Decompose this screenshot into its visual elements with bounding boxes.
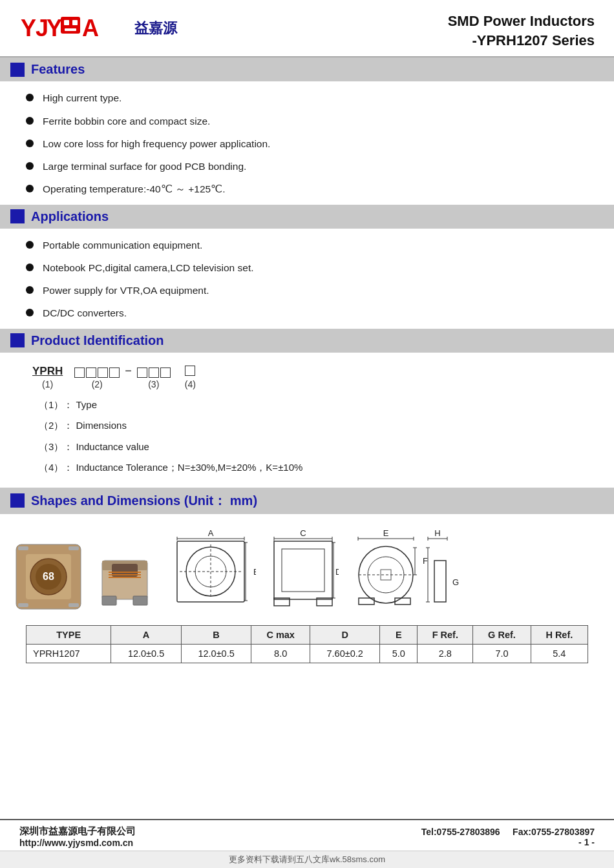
- pid-box: [160, 367, 171, 378]
- footer: 深圳市益嘉源电子有限公司 http://www.yjysmd.com.cn Te…: [0, 819, 614, 851]
- shapes-images-row: 68: [13, 522, 601, 619]
- applications-content: Portable communication equipment. Notebo…: [0, 229, 614, 327]
- svg-text:E: E: [383, 528, 389, 538]
- dimension-diagram-side: E F H: [350, 528, 460, 612]
- list-item: Low core loss for high frequency power a…: [19, 132, 595, 155]
- bullet-icon: [26, 241, 34, 249]
- col-fref: F Ref.: [418, 625, 473, 644]
- col-d: D: [310, 625, 380, 644]
- bullet-icon: [26, 117, 34, 125]
- pid-box: [98, 367, 108, 378]
- list-item: DC/DC converters.: [19, 302, 595, 324]
- features-list: High current type. Ferrite bobbin core a…: [19, 81, 595, 203]
- component-photo-1: 68: [13, 541, 84, 612]
- pid-desc-item: （4）： Inductance Tolerance；N=±30%,M=±20%，…: [39, 457, 601, 479]
- list-item: Ferrite bobbin core and compact size.: [19, 110, 595, 132]
- bullet-icon: [26, 286, 34, 294]
- svg-text:C: C: [300, 528, 306, 538]
- cell-type: YPRH1207: [26, 644, 111, 663]
- shapes-icon: [10, 493, 25, 508]
- svg-text:D: D: [335, 567, 339, 577]
- svg-text:Y: Y: [47, 15, 62, 41]
- svg-rect-5: [72, 20, 78, 25]
- features-icon: [10, 63, 25, 77]
- pid-num: （1）：: [39, 399, 73, 410]
- bullet-icon: [26, 185, 34, 192]
- pid-dash: −: [120, 364, 137, 389]
- pid-label-3: (3): [148, 379, 159, 389]
- svg-rect-13: [18, 546, 28, 550]
- product-id-section: Product Identification YPRH (1): [0, 329, 614, 486]
- bullet-icon: [26, 94, 34, 101]
- pid-num: （4）：: [39, 462, 73, 473]
- pid-yprh: YPRH: [32, 365, 63, 379]
- applications-header: Applications: [0, 205, 614, 229]
- svg-rect-43: [274, 541, 332, 599]
- svg-rect-3: [61, 17, 80, 34]
- list-item: Notebook PC,digital camera,LCD televisio…: [19, 256, 595, 279]
- features-title: Features: [31, 62, 85, 77]
- bullet-icon: [26, 162, 34, 170]
- svg-text:A: A: [208, 528, 214, 538]
- pid-desc-item: （3）： Inductance value: [39, 437, 601, 458]
- tel: Tel:0755-27803896: [421, 827, 500, 837]
- pid-label-1: (1): [42, 379, 53, 389]
- company-name: 深圳市益嘉源电子有限公司: [19, 825, 136, 838]
- cell-cmax: 8.0: [251, 644, 310, 663]
- pid-box: [109, 367, 120, 378]
- svg-rect-71: [434, 561, 446, 602]
- col-type: TYPE: [26, 625, 111, 644]
- bullet-icon: [26, 140, 34, 147]
- cell-gref: 7.0: [473, 644, 531, 663]
- list-item: Operating temperature:-40℃ ～ +125℃.: [19, 178, 595, 200]
- features-header: Features: [0, 57, 614, 81]
- pid-desc-list: （1）： Type （2）： Dimensions （3）： Inductanc…: [19, 389, 601, 481]
- svg-rect-22: [115, 577, 134, 593]
- col-href: H Ref.: [531, 625, 588, 644]
- cell-a: 12.0±0.5: [111, 644, 182, 663]
- svg-rect-20: [133, 596, 147, 605]
- svg-rect-19: [102, 596, 116, 605]
- pid-desc-item: （2）： Dimensions: [39, 415, 601, 437]
- shapes-section: Shapes and Dimensions (Unit： mm) 68: [0, 488, 614, 663]
- shapes-title: Shapes and Dimensions (Unit： mm): [31, 492, 257, 510]
- pid-label-4: (4): [185, 379, 196, 389]
- pid-desc-item: （1）： Type: [39, 395, 601, 416]
- page-number: - 1 -: [421, 837, 595, 847]
- features-content: High current type. Ferrite bobbin core a…: [0, 81, 614, 203]
- product-id-diagram: YPRH (1) (2) −: [0, 353, 614, 486]
- svg-rect-16: [69, 603, 79, 607]
- col-gref: G Ref.: [473, 625, 531, 644]
- product-title: SMD Power Inductors -YPRH1207 Series: [448, 12, 595, 50]
- bullet-icon: [26, 264, 34, 271]
- footer-left: 深圳市益嘉源电子有限公司 http://www.yjysmd.com.cn: [19, 825, 136, 848]
- fax: Fax:0755-27803897: [513, 827, 595, 837]
- contact-info: Tel:0755-27803896 Fax:0755-27803897: [421, 827, 595, 837]
- svg-text:68: 68: [43, 571, 54, 582]
- product-id-title: Product Identification: [31, 333, 164, 348]
- component-photo-2: [96, 541, 154, 612]
- pid-num: （3）：: [39, 441, 73, 452]
- header: Y J Y A 益嘉源 SMD Power Inductors -YPRH120…: [0, 0, 614, 57]
- col-e: E: [380, 625, 418, 644]
- dimensions-table: TYPE A B C max D E F Ref. G Ref. H Ref. …: [26, 625, 588, 663]
- svg-rect-15: [69, 546, 79, 550]
- product-id-icon: [10, 333, 25, 347]
- cell-d: 7.60±0.2: [310, 644, 380, 663]
- cell-e: 5.0: [380, 644, 418, 663]
- cell-b: 12.0±0.5: [181, 644, 251, 663]
- pid-label-2: (2): [92, 379, 103, 389]
- cell-fref: 2.8: [418, 644, 473, 663]
- logo-icon: Y J Y A: [19, 12, 123, 45]
- svg-text:H: H: [434, 528, 440, 538]
- cell-href: 5.4: [531, 644, 588, 663]
- logo-cn-text: 益嘉源: [134, 19, 177, 38]
- col-cmax: C max: [251, 625, 310, 644]
- pid-box: [74, 367, 85, 378]
- page: Y J Y A 益嘉源 SMD Power Inductors -YPRH120…: [0, 0, 614, 868]
- website: http://www.yjysmd.com.cn: [19, 838, 136, 848]
- list-item: Large terminal surface for good PCB bond…: [19, 155, 595, 178]
- watermark: 更多资料下载请到五八文库wk.58sms.com: [0, 851, 614, 868]
- svg-rect-6: [65, 28, 76, 31]
- applications-icon: [10, 209, 25, 223]
